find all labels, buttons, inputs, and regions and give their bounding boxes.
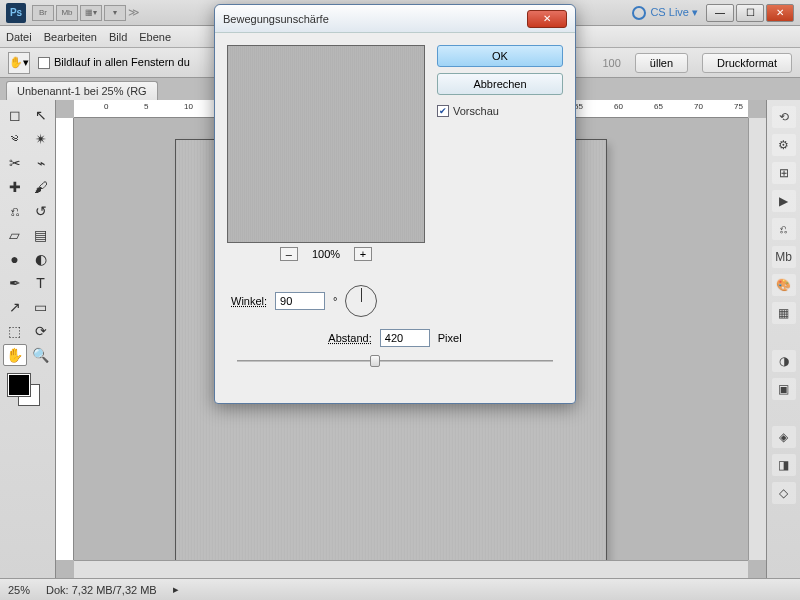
angle-dial[interactable] bbox=[345, 285, 377, 317]
distance-label: Abstand: bbox=[328, 332, 371, 344]
layout-icon[interactable]: ▦▾ bbox=[80, 5, 102, 21]
preview-checkbox-label: Vorschau bbox=[453, 105, 499, 117]
fill-button[interactable]: üllen bbox=[635, 53, 688, 73]
angle-input[interactable] bbox=[275, 292, 325, 310]
bridge-icon[interactable]: Br bbox=[32, 5, 54, 21]
marquee-tool[interactable]: ◻ bbox=[3, 104, 27, 126]
actions-panel-icon[interactable]: ⚙ bbox=[772, 134, 796, 156]
eyedropper-tool[interactable]: ⌁ bbox=[29, 152, 53, 174]
scroll-all-windows-checkbox[interactable]: Bildlauf in allen Fenstern du bbox=[38, 56, 190, 69]
ok-button[interactable]: OK bbox=[437, 45, 563, 67]
menu-bild[interactable]: Bild bbox=[109, 31, 127, 43]
zoom-in-button[interactable]: + bbox=[354, 247, 372, 261]
properties-panel-icon[interactable]: ⊞ bbox=[772, 162, 796, 184]
stamp-tool[interactable]: ⎌ bbox=[3, 200, 27, 222]
angle-label: Winkel: bbox=[231, 295, 267, 307]
rotate-tool[interactable]: ⟳ bbox=[29, 320, 53, 342]
path-select-tool[interactable]: ↗ bbox=[3, 296, 27, 318]
cs-live-label: CS Live ▾ bbox=[650, 6, 698, 19]
vertical-ruler[interactable] bbox=[56, 118, 74, 560]
adjustments-panel-icon[interactable]: ◑ bbox=[772, 350, 796, 372]
doc-size-readout[interactable]: Dok: 7,32 MB/7,32 MB bbox=[46, 584, 157, 596]
gradient-tool[interactable]: ▤ bbox=[29, 224, 53, 246]
distance-slider[interactable] bbox=[237, 353, 553, 369]
wand-tool[interactable]: ✴ bbox=[29, 128, 53, 150]
history-brush-tool[interactable]: ↺ bbox=[29, 200, 53, 222]
paths-panel-icon[interactable]: ◇ bbox=[772, 482, 796, 504]
brush-tool[interactable]: 🖌 bbox=[29, 176, 53, 198]
close-button[interactable]: ✕ bbox=[766, 4, 794, 22]
channels-panel-icon[interactable]: ◨ bbox=[772, 454, 796, 476]
zoomlevel-icon[interactable]: ▾ bbox=[104, 5, 126, 21]
collapsed-panels: ⟲ ⚙ ⊞ ▶ ⎌ Mb 🎨 ▦ ◑ ▣ ◈ ◨ ◇ bbox=[766, 100, 800, 578]
move-tool[interactable]: ↖ bbox=[29, 104, 53, 126]
status-bar: 25% Dok: 7,32 MB/7,32 MB ▸ bbox=[0, 578, 800, 600]
toolbox: ◻ ↖ ༄ ✴ ✂ ⌁ ✚ 🖌 ⎌ ↺ ▱ ▤ ● ◐ ✒ T ↗ ▭ ⬚ ⟳ … bbox=[0, 100, 56, 578]
hundred-label: 100 bbox=[602, 57, 620, 69]
more-indicator: ≫ bbox=[128, 6, 140, 19]
hand-tool[interactable]: ✋ bbox=[3, 344, 27, 366]
document-tab[interactable]: Unbenannt-1 bei 25% (RG bbox=[6, 81, 158, 100]
history-panel-icon[interactable]: ⟲ bbox=[772, 106, 796, 128]
dialog-titlebar[interactable]: Bewegungsunschärfe ✕ bbox=[215, 5, 575, 33]
minibridge-icon[interactable]: Mb bbox=[56, 5, 78, 21]
lasso-tool[interactable]: ༄ bbox=[3, 128, 27, 150]
preview-zoom-level: 100% bbox=[312, 248, 340, 260]
masks-panel-icon[interactable]: ▣ bbox=[772, 378, 796, 400]
motion-blur-dialog: Bewegungsunschärfe ✕ – 100% + OK Abbrech… bbox=[214, 4, 576, 404]
hand-tool-preset[interactable]: ✋▾ bbox=[8, 52, 30, 74]
menu-bearbeiten[interactable]: Bearbeiten bbox=[44, 31, 97, 43]
menu-datei[interactable]: Datei bbox=[6, 31, 32, 43]
pen-tool[interactable]: ✒ bbox=[3, 272, 27, 294]
angle-unit: ° bbox=[333, 295, 337, 307]
zoom-readout[interactable]: 25% bbox=[8, 584, 30, 596]
foreground-color-swatch[interactable] bbox=[8, 374, 30, 396]
type-tool[interactable]: T bbox=[29, 272, 53, 294]
slider-track bbox=[237, 360, 553, 362]
styles-panel-icon[interactable]: ▦ bbox=[772, 302, 796, 324]
maximize-button[interactable]: ☐ bbox=[736, 4, 764, 22]
clone-panel-icon[interactable]: ⎌ bbox=[772, 218, 796, 240]
crop-tool[interactable]: ✂ bbox=[3, 152, 27, 174]
distance-input[interactable] bbox=[380, 329, 430, 347]
filter-preview[interactable] bbox=[227, 45, 425, 243]
minimize-button[interactable]: — bbox=[706, 4, 734, 22]
slider-thumb[interactable] bbox=[370, 355, 380, 367]
menu-ebene[interactable]: Ebene bbox=[139, 31, 171, 43]
swatches-panel-icon[interactable]: 🎨 bbox=[772, 274, 796, 296]
cs-live-icon bbox=[632, 6, 646, 20]
horizontal-scrollbar[interactable] bbox=[74, 560, 748, 578]
brush-panel-icon[interactable]: ▶ bbox=[772, 190, 796, 212]
heal-tool[interactable]: ✚ bbox=[3, 176, 27, 198]
zoom-out-button[interactable]: – bbox=[280, 247, 298, 261]
preview-checkbox[interactable]: ✔ Vorschau bbox=[437, 105, 563, 117]
layers-panel-icon[interactable]: ◈ bbox=[772, 426, 796, 448]
cs-live-menu[interactable]: CS Live ▾ bbox=[632, 6, 698, 20]
dodge-tool[interactable]: ◐ bbox=[29, 248, 53, 270]
distance-unit: Pixel bbox=[438, 332, 462, 344]
app-logo: Ps bbox=[6, 3, 26, 23]
zoom-tool[interactable]: 🔍 bbox=[29, 344, 53, 366]
dialog-title: Bewegungsunschärfe bbox=[223, 13, 527, 25]
print-format-button[interactable]: Druckformat bbox=[702, 53, 792, 73]
vertical-scrollbar[interactable] bbox=[748, 118, 766, 560]
shape-tool[interactable]: ▭ bbox=[29, 296, 53, 318]
blur-tool[interactable]: ● bbox=[3, 248, 27, 270]
color-swatches[interactable] bbox=[8, 374, 48, 414]
3d-tool[interactable]: ⬚ bbox=[3, 320, 27, 342]
status-arrow-icon[interactable]: ▸ bbox=[173, 583, 179, 596]
eraser-tool[interactable]: ▱ bbox=[3, 224, 27, 246]
minibridge-panel-icon[interactable]: Mb bbox=[772, 246, 796, 268]
dialog-close-button[interactable]: ✕ bbox=[527, 10, 567, 28]
document-tab-label: Unbenannt-1 bei 25% (RG bbox=[17, 85, 147, 97]
cancel-button[interactable]: Abbrechen bbox=[437, 73, 563, 95]
